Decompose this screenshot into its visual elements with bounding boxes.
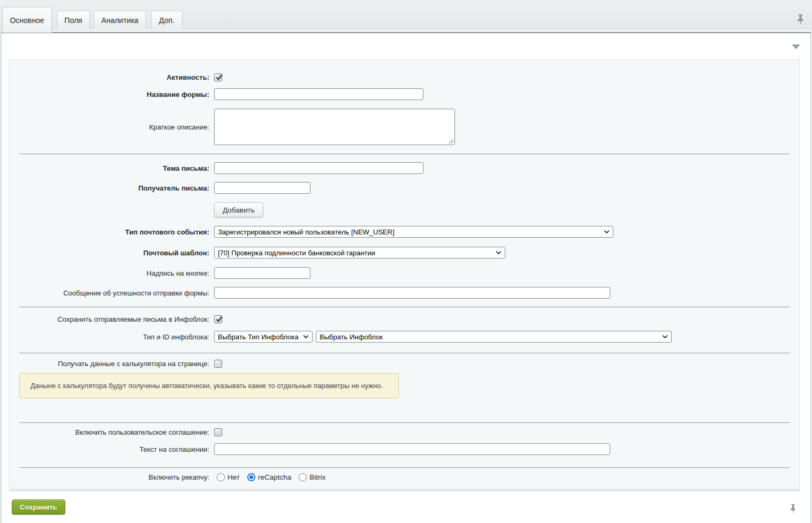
button-caption-label: Надпись на кнопке: xyxy=(10,269,214,277)
calc-data-label: Получать данные с калькулятора на страни… xyxy=(10,360,214,368)
mail-recipient-label: Получатель письма: xyxy=(10,184,214,192)
row-success-message: Сообщение об успешности отправки формы: xyxy=(10,287,799,299)
row-activity: Активность: xyxy=(10,73,799,81)
row-mail-subject: Тема письма: xyxy=(10,162,799,174)
agreement-text-input[interactable] xyxy=(214,443,610,455)
short-desc-label: Краткое описание: xyxy=(10,123,214,131)
iblock-type-select[interactable]: Выбрать Тип Инфоблока xyxy=(214,331,313,343)
row-form-name: Название формы: xyxy=(10,88,799,100)
success-message-input[interactable] xyxy=(214,287,610,299)
agreement-text-label: Текст на соглашении: xyxy=(10,445,214,453)
activity-checkbox[interactable] xyxy=(214,73,222,81)
button-caption-input[interactable] xyxy=(214,267,310,279)
section-divider xyxy=(19,422,790,423)
user-agreement-label: Включить пользовательское соглашение: xyxy=(10,428,214,436)
recaptcha-radio-bitrix[interactable] xyxy=(299,473,307,481)
recaptcha-radio-bitrix-label: Bitrix xyxy=(309,473,325,481)
tab-extra-label: Доп. xyxy=(159,16,174,25)
activity-label: Активность: xyxy=(10,73,214,81)
row-add-button: Добавить xyxy=(10,202,799,217)
iblock-type-id-label: Тип и ID инфоблока: xyxy=(10,333,214,341)
row-iblock-type-id: Тип и ID инфоблока: Выбрать Тип Инфоблок… xyxy=(10,331,799,343)
row-mail-recipient: Получатель письма: xyxy=(10,182,799,194)
section-divider xyxy=(19,467,790,468)
save-button[interactable]: Сохранить xyxy=(12,499,65,514)
mail-template-label: Почтовый шаблон: xyxy=(10,249,214,257)
section-head xyxy=(2,33,810,59)
footer-bar: Сохранить xyxy=(2,491,810,514)
content-box: Активность: Название формы: Краткое опис… xyxy=(1,32,811,523)
form-name-input[interactable] xyxy=(214,88,423,100)
row-mail-event-type: Тип почтового события: Зарегистрировался… xyxy=(10,226,799,238)
tab-analytics[interactable]: Аналитика xyxy=(94,11,146,29)
row-recaptcha: Включить рекапчу: Нет reCaptcha Bitrix xyxy=(10,473,799,481)
section-divider xyxy=(19,353,790,353)
recaptcha-radio-recaptcha-label: reCaptcha xyxy=(258,473,291,481)
add-button[interactable]: Добавить xyxy=(214,202,263,217)
mail-recipient-input[interactable] xyxy=(214,182,310,194)
row-short-desc: Краткое описание: xyxy=(10,109,799,145)
save-to-iblock-label: Сохранить отправляемые письма в Инфоблок… xyxy=(10,315,214,323)
form-panel: Активность: Название формы: Краткое опис… xyxy=(9,59,800,491)
form-name-label: Название формы: xyxy=(10,90,214,98)
tab-bar: Основное Поля Аналитика Доп. xyxy=(0,0,812,29)
recaptcha-radio-recaptcha[interactable] xyxy=(247,473,255,481)
tab-fields-label: Поля xyxy=(64,16,82,25)
tab-fields[interactable]: Поля xyxy=(57,11,90,29)
iblock-select[interactable]: Выбрать Инфоблок xyxy=(316,331,672,343)
mail-subject-label: Тема письма: xyxy=(10,164,214,172)
user-agreement-checkbox[interactable] xyxy=(214,428,222,436)
row-save-to-iblock: Сохранить отправляемые письма в Инфоблок… xyxy=(10,315,799,323)
row-agreement-text: Текст на соглашении: xyxy=(10,443,799,455)
row-button-caption: Надпись на кнопке: xyxy=(10,267,799,279)
mail-event-type-label: Тип почтового события: xyxy=(10,228,214,236)
recaptcha-radio-no[interactable] xyxy=(217,473,225,481)
tab-main-label: Основное xyxy=(10,16,44,25)
mail-event-type-select[interactable]: Зарегистрировался новый пользователь [NE… xyxy=(214,226,613,238)
success-message-label: Сообщение об успешности отправки формы: xyxy=(10,289,214,297)
pin-icon[interactable] xyxy=(796,14,805,26)
tab-main[interactable]: Основное xyxy=(2,7,52,33)
row-calc-data: Получать данные с калькулятора на страни… xyxy=(10,360,799,368)
mail-subject-input[interactable] xyxy=(214,162,423,174)
recaptcha-radio-no-label: Нет xyxy=(227,473,240,481)
pin-icon[interactable] xyxy=(790,503,796,515)
collapse-arrow-icon[interactable] xyxy=(792,44,800,49)
section-divider xyxy=(19,154,790,154)
recaptcha-label: Включить рекапчу: xyxy=(10,473,214,481)
row-user-agreement: Включить пользовательское соглашение: xyxy=(10,428,799,436)
tab-analytics-label: Аналитика xyxy=(101,16,138,25)
save-to-iblock-checkbox[interactable] xyxy=(214,315,222,323)
calc-data-checkbox[interactable] xyxy=(214,360,222,368)
row-mail-template: Почтовый шаблон: [70] Проверка подлиннос… xyxy=(10,247,799,259)
mail-template-select[interactable]: [70] Проверка подлинности банковской гар… xyxy=(214,247,505,259)
section-divider xyxy=(19,307,790,307)
short-desc-textarea[interactable] xyxy=(214,109,455,145)
calc-note: Даныне с калькулятора будут получены авт… xyxy=(19,373,399,398)
tab-extra[interactable]: Доп. xyxy=(151,11,183,29)
